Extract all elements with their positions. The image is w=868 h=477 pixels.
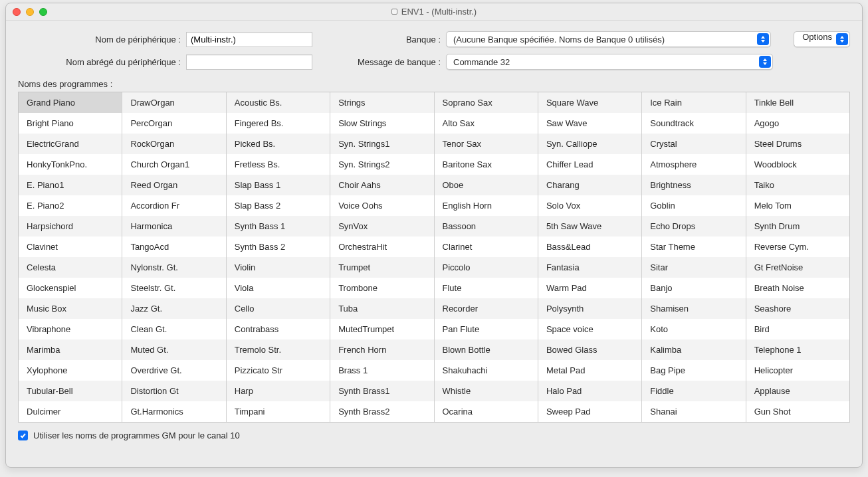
program-cell[interactable]: Church Organ1	[122, 154, 225, 175]
program-cell[interactable]: Chiffer Lead	[538, 154, 641, 175]
program-cell[interactable]: Tubular-Bell	[19, 381, 122, 401]
program-cell[interactable]: Metal Pad	[538, 360, 641, 381]
program-cell[interactable]: Shanai	[642, 401, 745, 422]
program-cell[interactable]: Cello	[227, 298, 330, 319]
program-cell[interactable]: Voice Oohs	[330, 195, 433, 216]
program-cell[interactable]: Goblin	[642, 195, 745, 216]
program-cell[interactable]: Bowed Glass	[538, 339, 641, 360]
program-cell[interactable]: Distortion Gt	[122, 381, 225, 401]
device-short-name-input[interactable]	[186, 54, 312, 70]
program-cell[interactable]: Marimba	[19, 339, 122, 360]
program-cell[interactable]: Choir Aahs	[330, 175, 433, 195]
program-cell[interactable]: Nylonstr. Gt.	[122, 257, 225, 278]
program-cell[interactable]: Soundtrack	[642, 113, 745, 134]
close-button[interactable]	[13, 8, 21, 16]
program-cell[interactable]: Shakuhachi	[435, 360, 538, 381]
program-cell[interactable]: Bass&Lead	[538, 237, 641, 257]
program-cell[interactable]: Helicopter	[746, 360, 849, 381]
program-cell[interactable]: Echo Drops	[642, 216, 745, 237]
program-cell[interactable]: Clavinet	[19, 237, 122, 257]
program-cell[interactable]: Trumpet	[330, 257, 433, 278]
program-cell[interactable]: Tuba	[330, 298, 433, 319]
program-cell[interactable]: Polysynth	[538, 298, 641, 319]
program-cell[interactable]: Trombone	[330, 278, 433, 298]
program-cell[interactable]: Koto	[642, 319, 745, 339]
program-cell[interactable]: Baritone Sax	[435, 154, 538, 175]
program-cell[interactable]: Pizzicato Str	[227, 360, 330, 381]
program-cell[interactable]: Reverse Cym.	[746, 237, 849, 257]
program-cell[interactable]: Fretless Bs.	[227, 154, 330, 175]
program-cell[interactable]: Clean Gt.	[122, 319, 225, 339]
program-cell[interactable]: Telephone 1	[746, 339, 849, 360]
program-cell[interactable]: Slap Bass 2	[227, 195, 330, 216]
program-cell[interactable]: Warm Pad	[538, 278, 641, 298]
program-cell[interactable]: Crystal	[642, 134, 745, 154]
program-cell[interactable]: Harp	[227, 381, 330, 401]
program-cell[interactable]: E. Piano2	[19, 195, 122, 216]
program-cell[interactable]: Halo Pad	[538, 381, 641, 401]
program-cell[interactable]: Gt FretNoise	[746, 257, 849, 278]
program-cell[interactable]: Soprano Sax	[435, 92, 538, 113]
program-cell[interactable]: Oboe	[435, 175, 538, 195]
program-cell[interactable]: Gun Shot	[746, 401, 849, 422]
gm-channel-10-checkbox[interactable]	[18, 430, 28, 440]
program-cell[interactable]: Grand Piano	[19, 92, 122, 113]
program-cell[interactable]: Flute	[435, 278, 538, 298]
program-cell[interactable]: Ice Rain	[642, 92, 745, 113]
program-cell[interactable]: Star Theme	[642, 237, 745, 257]
program-cell[interactable]: DrawOrgan	[122, 92, 225, 113]
program-cell[interactable]: Alto Sax	[435, 113, 538, 134]
program-cell[interactable]: Ocarina	[435, 401, 538, 422]
program-cell[interactable]: Space voice	[538, 319, 641, 339]
program-cell[interactable]: Tenor Sax	[435, 134, 538, 154]
program-cell[interactable]: Jazz Gt.	[122, 298, 225, 319]
minimize-button[interactable]	[26, 8, 34, 16]
program-cell[interactable]: Clarinet	[435, 237, 538, 257]
program-cell[interactable]: Contrabass	[227, 319, 330, 339]
program-cell[interactable]: TangoAcd	[122, 237, 225, 257]
program-cell[interactable]: RockOrgan	[122, 134, 225, 154]
program-cell[interactable]: Gt.Harmonics	[122, 401, 225, 422]
program-cell[interactable]: 5th Saw Wave	[538, 216, 641, 237]
program-cell[interactable]: Piccolo	[435, 257, 538, 278]
program-cell[interactable]: Steelstr. Gt.	[122, 278, 225, 298]
program-cell[interactable]: E. Piano1	[19, 175, 122, 195]
program-cell[interactable]: Slap Bass 1	[227, 175, 330, 195]
program-cell[interactable]: Saw Wave	[538, 113, 641, 134]
program-cell[interactable]: MutedTrumpet	[330, 319, 433, 339]
options-menu-button[interactable]: Options	[794, 31, 850, 47]
program-cell[interactable]: Bassoon	[435, 216, 538, 237]
bank-message-select[interactable]: Commande 32	[446, 54, 773, 70]
device-name-input[interactable]	[186, 32, 312, 47]
program-cell[interactable]: Slow Strings	[330, 113, 433, 134]
program-cell[interactable]: Agogo	[746, 113, 849, 134]
program-cell[interactable]: Taiko	[746, 175, 849, 195]
program-cell[interactable]: Shamisen	[642, 298, 745, 319]
program-cell[interactable]: Woodblock	[746, 154, 849, 175]
program-cell[interactable]: Sweep Pad	[538, 401, 641, 422]
program-cell[interactable]: Picked Bs.	[227, 134, 330, 154]
zoom-button[interactable]	[39, 8, 47, 16]
program-cell[interactable]: Overdrive Gt.	[122, 360, 225, 381]
program-cell[interactable]: HonkyTonkPno.	[19, 154, 122, 175]
program-cell[interactable]: Tremolo Str.	[227, 339, 330, 360]
program-cell[interactable]: Bird	[746, 319, 849, 339]
program-cell[interactable]: Fantasia	[538, 257, 641, 278]
program-cell[interactable]: Charang	[538, 175, 641, 195]
program-cell[interactable]: Square Wave	[538, 92, 641, 113]
program-cell[interactable]: Strings	[330, 92, 433, 113]
program-cell[interactable]: Music Box	[19, 298, 122, 319]
program-cell[interactable]: Reed Organ	[122, 175, 225, 195]
program-cell[interactable]: Tinkle Bell	[746, 92, 849, 113]
program-cell[interactable]: ElectricGrand	[19, 134, 122, 154]
program-cell[interactable]: Whistle	[435, 381, 538, 401]
program-cell[interactable]: Atmosphere	[642, 154, 745, 175]
program-cell[interactable]: Applause	[746, 381, 849, 401]
program-cell[interactable]: Accordion Fr	[122, 195, 225, 216]
program-cell[interactable]: Bright Piano	[19, 113, 122, 134]
program-cell[interactable]: English Horn	[435, 195, 538, 216]
program-cell[interactable]: Sitar	[642, 257, 745, 278]
program-cell[interactable]: Muted Gt.	[122, 339, 225, 360]
program-cell[interactable]: Fingered Bs.	[227, 113, 330, 134]
program-cell[interactable]: French Horn	[330, 339, 433, 360]
